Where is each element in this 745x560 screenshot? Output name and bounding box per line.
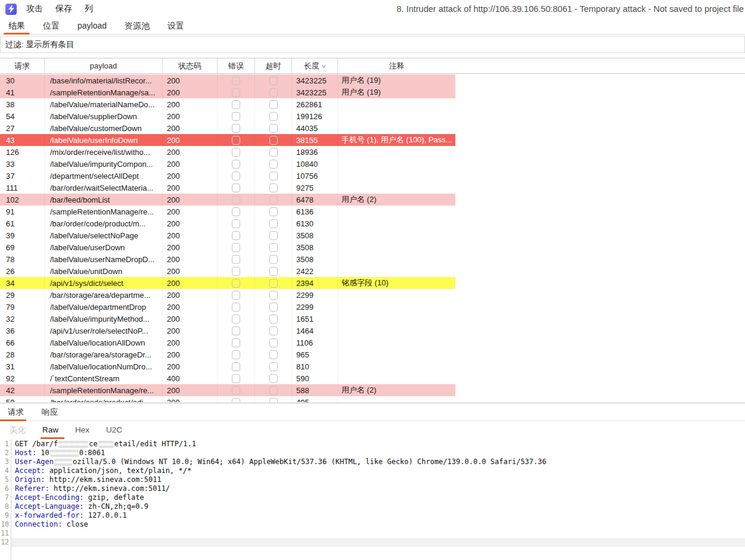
timeout-checkbox[interactable]: [269, 374, 278, 383]
col-payload[interactable]: payload: [45, 58, 163, 73]
timeout-checkbox[interactable]: [269, 303, 278, 312]
request-editor[interactable]: 123456789101112 GET /bar/fceetail/edit H…: [0, 440, 745, 560]
table-row[interactable]: 69 /labelValue/userDown 200 3508: [0, 241, 455, 253]
tab-results[interactable]: 结果: [8, 18, 25, 35]
error-checkbox[interactable]: [232, 76, 240, 85]
table-row[interactable]: 33 /labelValue/impurityCompon... 200 108…: [0, 158, 455, 170]
timeout-checkbox[interactable]: [269, 291, 278, 300]
error-checkbox[interactable]: [232, 148, 240, 157]
error-checkbox[interactable]: [232, 338, 240, 347]
table-row[interactable]: 78 /labelValue/userNameDropD... 200 3508: [0, 253, 455, 265]
table-row[interactable]: 42 /sampleRetentionManage/re... 200 588 …: [0, 384, 455, 396]
error-checkbox[interactable]: [232, 362, 240, 371]
timeout-checkbox[interactable]: [269, 219, 278, 228]
table-row[interactable]: 79 /labelValue/departmentDrop 200 2299: [0, 301, 455, 313]
timeout-checkbox[interactable]: [269, 267, 278, 276]
table-row[interactable]: 26 /labelValue/unitDown 200 2422: [0, 265, 455, 277]
timeout-checkbox[interactable]: [269, 172, 278, 181]
tab-response[interactable]: 响应: [42, 405, 58, 421]
error-checkbox[interactable]: [232, 350, 240, 359]
table-row[interactable]: 66 /labelValue/locationAllDown 200 1106: [0, 337, 455, 349]
table-row[interactable]: 111 /bar/order/waitSelectMateria... 200 …: [0, 182, 455, 194]
filter-bar[interactable]: 过滤: 显示所有条目: [0, 36, 745, 53]
tab-raw[interactable]: Raw: [42, 422, 58, 439]
error-checkbox[interactable]: [232, 124, 240, 133]
table-row[interactable]: 92 /`textContentStream 400 590: [0, 372, 455, 384]
timeout-checkbox[interactable]: [269, 195, 278, 204]
error-checkbox[interactable]: [232, 398, 240, 403]
timeout-checkbox[interactable]: [269, 362, 278, 371]
table-row[interactable]: 28 /bar/storage/area/storageDr... 200 96…: [0, 349, 455, 360]
timeout-checkbox[interactable]: [269, 326, 278, 335]
timeout-checkbox[interactable]: [269, 100, 278, 109]
timeout-checkbox[interactable]: [269, 124, 278, 133]
menu-save[interactable]: 保存: [55, 4, 72, 14]
timeout-checkbox[interactable]: [269, 243, 278, 252]
col-request[interactable]: 请求: [0, 58, 45, 73]
error-checkbox[interactable]: [232, 219, 240, 228]
error-checkbox[interactable]: [232, 160, 240, 169]
table-row[interactable]: 54 /labelValue/supplierDown 200 199126: [0, 110, 455, 122]
error-checkbox[interactable]: [232, 326, 240, 335]
timeout-checkbox[interactable]: [269, 148, 278, 157]
table-row[interactable]: 38 /labelValue/materialNameDo... 200 262…: [0, 98, 455, 110]
timeout-checkbox[interactable]: [269, 231, 278, 240]
col-length[interactable]: 长度∨: [292, 58, 338, 73]
timeout-checkbox[interactable]: [269, 255, 278, 264]
table-row[interactable]: 91 /sampleRetentionManage/re... 200 6136: [0, 206, 455, 217]
error-checkbox[interactable]: [232, 100, 240, 109]
tab-u2c[interactable]: U2C: [106, 422, 122, 439]
table-row[interactable]: 102 /bar/feed/bomList 200 6478 用户名 (2): [0, 194, 455, 206]
timeout-checkbox[interactable]: [269, 386, 278, 395]
error-checkbox[interactable]: [232, 315, 240, 323]
table-row[interactable]: 61 /bar/order/code/product/m... 200 6130: [0, 217, 455, 229]
timeout-checkbox[interactable]: [269, 279, 278, 288]
error-checkbox[interactable]: [232, 207, 240, 216]
tab-prettify[interactable]: 美化: [10, 422, 26, 439]
col-status[interactable]: 状态码: [163, 58, 218, 73]
table-row[interactable]: 37 /department/selectAllDept 200 10756: [0, 170, 455, 182]
timeout-checkbox[interactable]: [269, 76, 278, 85]
table-row[interactable]: 29 /bar/storage/area/departme... 200 229…: [0, 289, 455, 301]
tab-resource-pool[interactable]: 资源池: [125, 18, 150, 35]
col-error[interactable]: 错误: [218, 58, 255, 73]
error-checkbox[interactable]: [232, 112, 240, 121]
table-row[interactable]: 31 /labelValue/locationNumDro... 200 810: [0, 360, 455, 372]
timeout-checkbox[interactable]: [269, 160, 278, 169]
menu-columns[interactable]: 列: [85, 4, 93, 14]
table-row[interactable]: 126 /mix/order/receive/list/witho... 200…: [0, 146, 455, 158]
table-row[interactable]: 30 /base/info/material/listRecor... 200 …: [0, 74, 455, 86]
col-comment[interactable]: 注释: [338, 58, 455, 73]
table-row[interactable]: 36 /api/v1/user/role/selectNoP... 200 14…: [0, 325, 455, 337]
timeout-checkbox[interactable]: [269, 112, 278, 121]
error-checkbox[interactable]: [232, 267, 240, 276]
error-checkbox[interactable]: [232, 243, 240, 252]
menu-attack[interactable]: 攻击: [26, 4, 43, 14]
error-checkbox[interactable]: [232, 303, 240, 312]
timeout-checkbox[interactable]: [269, 315, 278, 323]
error-checkbox[interactable]: [232, 231, 240, 240]
error-checkbox[interactable]: [232, 279, 240, 288]
table-row[interactable]: 43 /labelValue/userInfoDown 200 38155 手机…: [0, 134, 455, 146]
table-row[interactable]: 39 /labelValue/selectNoPage 200 3508: [0, 229, 455, 241]
error-checkbox[interactable]: [232, 88, 240, 97]
table-row[interactable]: 32 /labelValue/impurityMethod... 200 165…: [0, 313, 455, 325]
table-row[interactable]: 41 /sampleRetentionManage/sa... 200 3423…: [0, 86, 455, 98]
timeout-checkbox[interactable]: [269, 398, 278, 403]
tab-positions[interactable]: 位置: [43, 18, 60, 35]
tab-hex[interactable]: Hex: [75, 422, 89, 439]
timeout-checkbox[interactable]: [269, 183, 278, 192]
timeout-checkbox[interactable]: [269, 136, 278, 145]
col-timeout[interactable]: 超时: [255, 58, 292, 73]
timeout-checkbox[interactable]: [269, 338, 278, 347]
error-checkbox[interactable]: [232, 195, 240, 204]
error-checkbox[interactable]: [232, 136, 240, 145]
error-checkbox[interactable]: [232, 291, 240, 300]
error-checkbox[interactable]: [232, 183, 240, 192]
timeout-checkbox[interactable]: [269, 88, 278, 97]
error-checkbox[interactable]: [232, 386, 240, 395]
error-checkbox[interactable]: [232, 374, 240, 383]
timeout-checkbox[interactable]: [269, 207, 278, 216]
tab-settings[interactable]: 设置: [167, 18, 184, 35]
tab-request[interactable]: 请求: [8, 405, 24, 421]
